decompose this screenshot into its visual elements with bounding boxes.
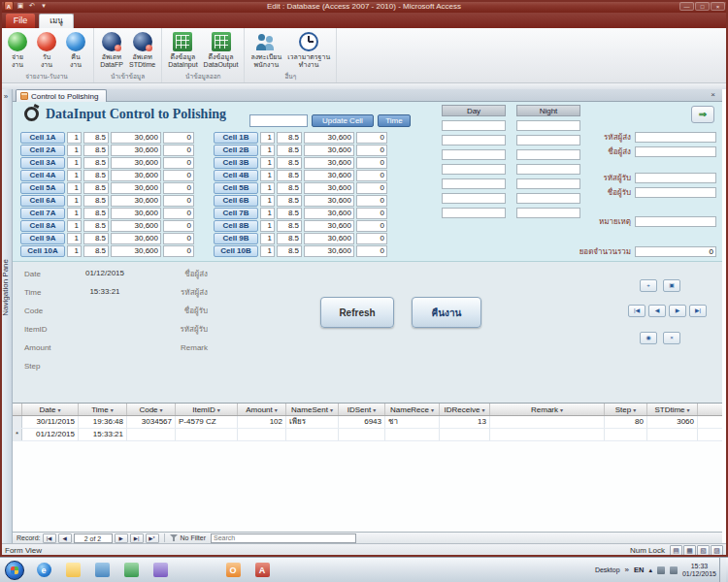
cell-b-qty-field[interactable]: 1 — [260, 157, 275, 169]
remark-field[interactable] — [213, 341, 284, 354]
table-cell[interactable] — [339, 429, 385, 440]
cell-b-actual-field[interactable]: 0 — [356, 182, 387, 194]
cell-b-button[interactable]: Cell 10B — [214, 245, 258, 257]
night-button[interactable]: Night — [516, 105, 580, 116]
cell-b-hours-field[interactable]: 8.5 — [277, 157, 302, 169]
cell-b-button[interactable]: Cell 5B — [214, 182, 258, 194]
cell-b-hours-field[interactable]: 8.5 — [277, 220, 302, 232]
cell-a-target-field[interactable]: 30,600 — [111, 182, 161, 194]
close-document-icon[interactable]: × — [708, 90, 718, 101]
cell-a-actual-field[interactable]: 0 — [163, 245, 194, 257]
cell-a-qty-field[interactable]: 1 — [67, 157, 82, 169]
cell-b-actual-field[interactable]: 0 — [356, 157, 387, 169]
standard-time-button[interactable]: เวลามาตรฐาน ทำงาน — [285, 31, 332, 69]
close-button[interactable]: × — [711, 2, 725, 11]
table-cell[interactable]: ชา — [385, 416, 440, 428]
table-cell[interactable] — [286, 429, 339, 440]
day-field[interactable] — [442, 120, 506, 131]
cell-a-actual-field[interactable]: 0 — [163, 220, 194, 232]
cell-a-button[interactable]: Cell 5A — [20, 182, 65, 194]
cell-b-hours-field[interactable]: 8.5 — [277, 170, 302, 181]
cell-b-target-field[interactable]: 30,600 — [304, 233, 354, 244]
cell-a-actual-field[interactable]: 0 — [163, 132, 194, 144]
cell-a-button[interactable]: Cell 4A — [20, 170, 65, 181]
cell-b-qty-field[interactable]: 1 — [260, 145, 275, 156]
cell-a-button[interactable]: Cell 6A — [20, 195, 65, 207]
cell-b-button[interactable]: Cell 2B — [214, 145, 258, 156]
cell-a-hours-field[interactable]: 8.5 — [83, 157, 109, 169]
table-cell[interactable] — [238, 429, 286, 440]
taskbar-app-purple-button[interactable] — [149, 561, 172, 580]
cell-a-target-field[interactable]: 30,600 — [111, 145, 161, 156]
sender-id-field[interactable] — [213, 286, 284, 299]
table-cell[interactable] — [176, 429, 238, 440]
qat-customize-button[interactable]: ▾ — [39, 1, 49, 11]
cell-b-hours-field[interactable]: 8.5 — [277, 182, 302, 194]
header-input[interactable] — [249, 114, 308, 127]
cell-a-button[interactable]: Cell 8A — [20, 220, 65, 232]
column-header[interactable]: STDtime — [647, 404, 698, 415]
cell-a-qty-field[interactable]: 1 — [67, 195, 82, 207]
cell-b-hours-field[interactable]: 8.5 — [277, 195, 302, 207]
cell-b-actual-field[interactable]: 0 — [356, 170, 387, 181]
cell-a-target-field[interactable]: 30,600 — [111, 208, 161, 219]
desktop-toolbar-label[interactable]: Desktop — [595, 566, 620, 573]
table-cell[interactable] — [605, 429, 647, 440]
table-cell[interactable]: 3060 — [647, 416, 698, 428]
cell-a-hours-field[interactable]: 8.5 — [83, 170, 109, 181]
column-header[interactable]: Amount — [238, 404, 286, 415]
column-header[interactable]: Time — [79, 404, 127, 415]
sender-name-field[interactable] — [213, 268, 284, 280]
update-stdtime-button[interactable]: อัพเดท STDtime — [127, 31, 157, 69]
update-cell-button[interactable]: Update Cell — [312, 114, 374, 127]
form-view-button[interactable]: ▤ — [670, 545, 682, 556]
column-header[interactable]: NameSent — [286, 404, 339, 415]
cell-a-button[interactable]: Cell 7A — [20, 208, 65, 219]
navigation-pane[interactable]: » Navigation Pane — [0, 89, 13, 543]
row-selector[interactable]: * — [13, 429, 22, 440]
cell-a-hours-field[interactable]: 8.5 — [83, 208, 109, 219]
delete-record-button[interactable]: × — [663, 332, 680, 344]
row-selector[interactable] — [13, 416, 22, 428]
step-field[interactable] — [67, 360, 143, 372]
receive-work-button[interactable]: รับ งาน — [33, 31, 60, 69]
volume-icon[interactable] — [670, 566, 678, 574]
table-cell[interactable] — [490, 429, 605, 440]
save-record-button[interactable]: ▣ — [663, 279, 680, 292]
find-record-button[interactable]: ◉ — [640, 332, 657, 344]
cell-a-target-field[interactable]: 30,600 — [111, 195, 161, 207]
cell-a-hours-field[interactable]: 8.5 — [83, 195, 109, 207]
cell-a-button[interactable]: Cell 9A — [20, 233, 65, 244]
cell-b-actual-field[interactable]: 0 — [356, 132, 387, 144]
column-header[interactable]: Step — [605, 404, 647, 415]
cell-a-hours-field[interactable]: 8.5 — [83, 220, 109, 232]
summary-field[interactable] — [635, 216, 716, 227]
time-button[interactable]: Time — [378, 114, 411, 127]
table-cell[interactable]: 13 — [440, 416, 490, 428]
table-cell[interactable] — [385, 429, 440, 440]
table-cell[interactable]: 30/11/2015 — [22, 416, 79, 428]
column-header[interactable]: Date — [22, 404, 79, 415]
desktop-chevron-icon[interactable]: » — [625, 566, 629, 574]
cell-b-hours-field[interactable]: 8.5 — [277, 245, 302, 257]
clock[interactable]: 15:33 01/12/2015 — [682, 563, 716, 578]
cell-b-qty-field[interactable]: 1 — [260, 233, 275, 244]
cell-b-hours-field[interactable]: 8.5 — [277, 233, 302, 244]
cell-a-actual-field[interactable]: 0 — [163, 157, 194, 169]
cell-a-target-field[interactable]: 30,600 — [111, 157, 161, 169]
cell-a-actual-field[interactable]: 0 — [163, 182, 194, 194]
table-cell[interactable]: 19:36:48 — [79, 416, 127, 428]
cell-b-target-field[interactable]: 30,600 — [304, 157, 354, 169]
cell-b-target-field[interactable]: 30,600 — [304, 220, 354, 232]
cell-b-actual-field[interactable]: 0 — [356, 208, 387, 219]
itemid-field[interactable] — [67, 323, 143, 336]
document-tab[interactable]: Control to Polishing — [16, 89, 107, 102]
cell-b-target-field[interactable]: 30,600 — [304, 182, 354, 194]
cell-a-qty-field[interactable]: 1 — [67, 245, 82, 257]
prev-record-button[interactable]: ◀ — [648, 305, 666, 317]
cell-a-actual-field[interactable]: 0 — [163, 195, 194, 207]
app-icon[interactable]: A — [4, 1, 14, 11]
table-cell[interactable] — [127, 429, 176, 440]
table-cell[interactable] — [490, 416, 605, 428]
cell-a-target-field[interactable]: 30,600 — [111, 220, 161, 232]
